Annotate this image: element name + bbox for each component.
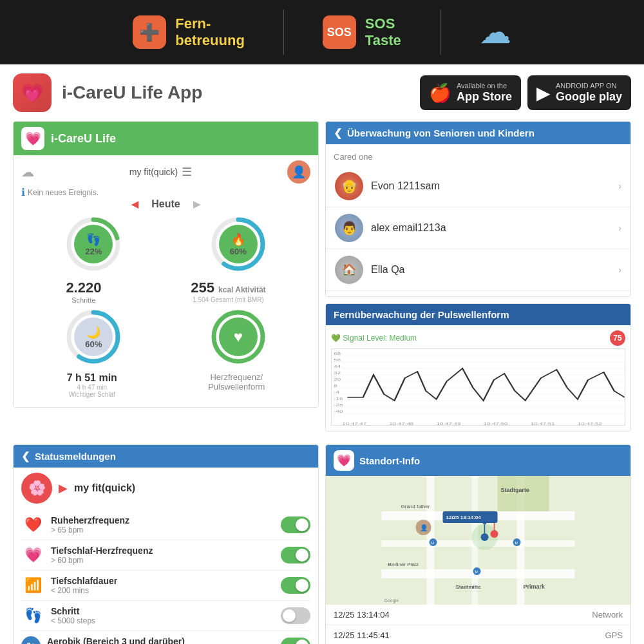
standort-panel: 💗 Standort-Info — [325, 444, 631, 644]
toggle-0[interactable] — [281, 516, 310, 533]
back-arrow-icon[interactable]: ❮ — [334, 127, 342, 139]
standort-title: Standort-Info — [359, 455, 420, 466]
day-label: Heute — [151, 198, 180, 210]
map-area: Stadtgarte Grand father Stadtmitte Berli… — [326, 476, 630, 605]
toggle-1[interactable] — [281, 547, 310, 564]
pulse-chart: 68 56 44 32 20 8 -4 -16 -28 -40 — [331, 348, 625, 426]
signal-heart-icon: 💚 — [331, 334, 341, 343]
pulse-chart-svg: 68 56 44 32 20 8 -4 -16 -28 -40 — [332, 349, 625, 426]
svg-text:U: U — [431, 541, 434, 545]
map-svg: Stadtgarte Grand father Stadtmitte Berli… — [326, 476, 630, 605]
svg-text:10:47:52: 10:47:52 — [578, 422, 602, 426]
steps-circle: 👣 22% — [64, 215, 122, 276]
person-avatar-2: 🏠 — [335, 256, 363, 284]
heart-circle: ♥ — [209, 308, 267, 368]
svg-text:-16: -16 — [334, 397, 343, 401]
google-text: ANDROID APP ON Google play — [556, 82, 622, 104]
fern-label: Fern-betreuung — [175, 15, 245, 50]
app-header: 💗 i-CareU Life App 🍎 Available on the Ap… — [13, 73, 631, 112]
fit-user-row: my fit(quick) ☰ — [129, 165, 192, 179]
pulse-info-row: 💚 Signal Level: Medium 75 — [331, 330, 625, 346]
status-icon-3: 👣 — [21, 607, 44, 624]
apple-icon: 🍎 — [429, 82, 451, 104]
cloud-small-icon: ☁ — [21, 164, 34, 180]
heart-stat: Herzfrequenz/ Pulswellenform — [208, 372, 265, 398]
person-row-2[interactable]: 🏠 Ella Qa › — [326, 249, 630, 291]
sleep-circle: 🌙 60% — [64, 308, 122, 368]
person-name-2: Ella Qa — [371, 264, 618, 276]
status-col: ❮ Statusmeldungen 🌸 ▶ my fit(quick) ❤️ R… — [13, 444, 319, 644]
fitness-body: ☁ my fit(quick) ☰ 👤 ℹ Kein neues Ereigni… — [14, 155, 318, 407]
status-icon-0: ❤️ — [21, 516, 44, 533]
heart-icon: ♥ — [234, 328, 243, 346]
senioren-panel: ❮ Überwachung von Senioren und Kindern C… — [325, 121, 631, 297]
svg-text:Berliner Platz: Berliner Platz — [388, 562, 419, 567]
status-panel-header: ❮ Statusmeldungen — [14, 445, 318, 468]
divider1 — [283, 10, 284, 55]
status-name-1: Tiefschlaf-Herzfrequenz — [51, 545, 274, 556]
bottom-two-col: ❮ Statusmeldungen 🌸 ▶ my fit(quick) ❤️ R… — [13, 444, 631, 644]
svg-text:10:47:48: 10:47:48 — [389, 422, 413, 426]
kcal-pct: 60% — [230, 247, 247, 256]
svg-text:U: U — [475, 570, 478, 574]
steps-label: Schritte — [66, 296, 101, 304]
fitness-logo-icon: 💗 — [21, 127, 44, 150]
svg-text:Stadtgarte: Stadtgarte — [501, 487, 530, 493]
toggle-2[interactable] — [281, 577, 310, 594]
status-value-0: > 65 bpm — [51, 526, 274, 535]
chevron-icon-0: › — [618, 181, 621, 191]
toggle-3[interactable] — [281, 607, 310, 624]
svg-text:68: 68 — [334, 352, 341, 356]
location-entries: 12/25 13:14:04 Network 12/25 11:45:41 GP… — [326, 605, 630, 644]
fit-top-row: ☁ my fit(quick) ☰ 👤 — [21, 160, 310, 184]
status-user-arrow-icon: ▶ — [59, 481, 68, 495]
status-value-1: > 60 bpm — [51, 556, 274, 565]
google-play-button[interactable]: ▶ ANDROID APP ON Google play — [527, 75, 631, 110]
kcal-circle-wrap: 🔥 60% — [209, 215, 267, 273]
steps-circle-wrap: 👣 22% — [64, 215, 122, 273]
status-text-1: Tiefschlaf-Herzfrequenz > 60 bpm — [51, 545, 274, 565]
location-entry-0: 12/25 13:14:04 Network — [326, 605, 630, 625]
person-row-1[interactable]: 👨 alex email1213a › — [326, 207, 630, 249]
sleep-icon: 🌙 — [86, 325, 100, 339]
svg-text:Google: Google — [384, 598, 399, 603]
prev-day-button[interactable]: ◀ — [131, 199, 138, 209]
status-back-arrow[interactable]: ❮ — [21, 450, 30, 462]
fit-menu-icon: ☰ — [182, 165, 192, 179]
senioren-body: Cared one 👴 Evon 1211sam › 👨 alex email1… — [326, 144, 630, 296]
status-title: Statusmeldungen — [35, 451, 116, 462]
fitness-col: 💗 i-CareU Life ☁ my fit(quick) ☰ 👤 ℹ — [13, 121, 319, 438]
status-icon-1: 💗 — [21, 547, 44, 564]
senioren-panel-header: ❮ Überwachung von Senioren und Kindern — [326, 122, 630, 144]
sleep-sub2: Wichtiger Schlaf — [67, 391, 117, 398]
main-content: 💗 i-CareU Life App 🍎 Available on the Ap… — [0, 64, 644, 644]
location-entry-1: 12/25 11:45:41 GPS — [326, 625, 630, 644]
banner-sos: SOS SOSTaste — [323, 15, 401, 50]
kcal-icon: 🔥 — [231, 232, 245, 247]
standort-body: Stadtgarte Grand father Stadtmitte Berli… — [326, 476, 630, 644]
status-item-4: 3+ Aerobik (Bereich 3 und darüber) < 60 … — [21, 631, 310, 644]
status-text-4: Aerobik (Bereich 3 und darüber) < 60 min… — [47, 636, 274, 644]
svg-text:32: 32 — [334, 371, 341, 375]
status-user-row: 🌸 ▶ my fit(quick) — [21, 473, 310, 504]
circles-row-bottom: 🌙 60% — [21, 308, 310, 368]
app-logo: 💗 — [13, 73, 52, 112]
status-name-2: Tiefschlafdauer — [51, 576, 274, 586]
pulse-panel: Fernüberwachung der Pulswellenform 💚 Sig… — [325, 303, 631, 431]
svg-text:-4: -4 — [334, 390, 339, 395]
svg-text:👤: 👤 — [420, 524, 428, 532]
status-user-name: my fit(quick) — [74, 482, 135, 494]
person-row-0[interactable]: 👴 Evon 1211sam › — [326, 166, 630, 207]
appstore-button[interactable]: 🍎 Available on the App Store — [420, 75, 521, 110]
toggle-4[interactable] — [281, 638, 310, 644]
next-day-button[interactable]: ▶ — [193, 199, 200, 209]
svg-text:10:47:51: 10:47:51 — [531, 422, 555, 426]
svg-text:10:47:50: 10:47:50 — [484, 422, 508, 426]
fit-user-name: my fit(quick) — [129, 167, 178, 177]
stats-row-bottom: 7 h 51 min 4 h 47 min Wichtiger Schlaf H… — [21, 372, 310, 398]
pulse-value-badge: 75 — [610, 330, 625, 346]
sleep-sub: 4 h 47 min — [67, 384, 117, 391]
svg-text:Primark: Primark — [524, 583, 546, 590]
right-col: ❮ Überwachung von Senioren und Kindern C… — [325, 121, 631, 438]
svg-text:-28: -28 — [334, 403, 343, 408]
